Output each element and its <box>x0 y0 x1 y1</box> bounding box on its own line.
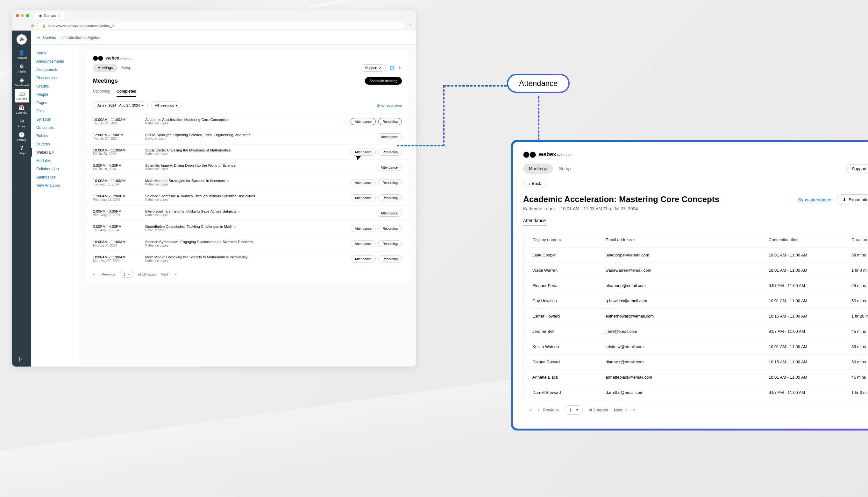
course-nav-modules[interactable]: Modules <box>31 157 79 165</box>
reload-icon[interactable]: ⟳ <box>31 24 35 28</box>
attendance-button[interactable]: Attendance <box>350 225 376 232</box>
attendance-button[interactable]: Attendance <box>377 133 402 140</box>
recording-button[interactable]: Recording <box>378 118 402 125</box>
refresh-icon[interactable]: ↻ <box>398 66 402 70</box>
rail-item-inbox[interactable]: ✉Inbox <box>15 116 29 130</box>
meetings-filter[interactable]: All meetings▾ <box>151 101 182 109</box>
recording-button[interactable]: Recording <box>378 179 402 186</box>
cell-email: eleanor.p@email.com <box>597 283 760 288</box>
last-page-icon[interactable]: » <box>175 272 177 276</box>
col-duration[interactable]: Duration⇅ <box>842 237 868 242</box>
recording-button[interactable]: Recording <box>378 225 402 232</box>
hamburger-icon[interactable]: ☰ <box>36 35 40 40</box>
attendance-button[interactable]: Attendance <box>377 164 402 171</box>
address-bar[interactable]: 🔒 https://www.canvas.com/courses/webex_l… <box>38 23 404 29</box>
tab-meetings[interactable]: Meetings <box>93 63 118 72</box>
rail-item-account[interactable]: 👤Account <box>15 48 29 61</box>
cell-name: Guy Hawkins <box>523 298 597 303</box>
prev-page-button[interactable]: ‹ Previous <box>537 408 559 412</box>
export-attendance-button[interactable]: ⬇Export attendance report <box>837 195 868 205</box>
page-count: of 2 pages <box>589 408 608 412</box>
course-nav-assignments[interactable]: Assignments <box>31 66 79 74</box>
forward-icon[interactable]: → <box>24 24 27 28</box>
course-nav-rubics[interactable]: Rubics <box>31 132 79 140</box>
recording-button[interactable]: Recording <box>378 148 402 156</box>
rail-item-admin[interactable]: ⚙Admin <box>15 61 29 75</box>
first-page-icon[interactable]: « <box>93 272 95 276</box>
attendance-button[interactable]: Attendance <box>350 256 376 262</box>
course-nav-webex-lti[interactable]: Webex LTI <box>31 148 79 157</box>
meeting-title: Academic Acceleration: Mastering Core Co… <box>523 195 719 204</box>
cell-connection-time: 10:15 AM - 11:00 AM <box>760 314 842 318</box>
attendance-button[interactable]: Attendance <box>377 210 402 217</box>
back-button[interactable]: ‹Back <box>523 179 547 188</box>
rail-item-history[interactable]: 🕘History <box>15 130 29 143</box>
last-page-icon[interactable]: » <box>633 408 635 412</box>
cell-name: Darrell Steward <box>523 390 597 395</box>
first-page-icon[interactable]: « <box>529 408 532 412</box>
subtab-completed[interactable]: Completed <box>116 89 136 97</box>
recording-button[interactable]: Recording <box>378 240 402 247</box>
course-nav-home[interactable]: Home <box>31 49 79 57</box>
support-button[interactable]: Support↗ <box>361 64 386 72</box>
sync-attendance-link[interactable]: Sync attendance <box>798 197 831 202</box>
course-nav-outcomes[interactable]: Outcomes <box>31 124 79 132</box>
browser-tab[interactable]: ◉ Canvas ✕ <box>35 12 65 19</box>
attendance-button[interactable]: Attendance <box>350 195 376 201</box>
course-nav-pages[interactable]: Pages <box>31 99 79 107</box>
rail-item-dashboard[interactable]: ◉Dashboard <box>15 75 29 89</box>
rail-item-courses[interactable]: 📖Courses <box>15 89 29 102</box>
breadcrumb-app[interactable]: Canvas <box>43 35 56 40</box>
course-nav-discussions[interactable]: Discussions <box>31 74 79 82</box>
date-range-filter[interactable]: Jul 27, 2024 - Aug 27, 2024▾ <box>93 101 148 109</box>
attendance-subtab[interactable]: Attendance <box>523 218 546 226</box>
maximize-icon[interactable] <box>26 14 29 17</box>
course-nav-files[interactable]: Files <box>31 107 79 115</box>
course-nav-quizzes[interactable]: Quizzes <box>31 140 79 148</box>
prev-page-button[interactable]: ‹Previous <box>99 272 115 276</box>
subtab-upcoming[interactable]: Upcoming <box>93 89 110 97</box>
tab-meetings[interactable]: Meetings <box>523 164 553 174</box>
close-icon[interactable] <box>16 14 19 17</box>
attendance-button[interactable]: Attendance <box>350 118 376 125</box>
course-nav-syllabus[interactable]: Syllabus <box>31 115 79 124</box>
back-icon[interactable]: ← <box>16 24 20 28</box>
next-page-button[interactable]: Next › <box>614 408 628 412</box>
detail-title-row: Academic Acceleration: Mastering Core Co… <box>523 195 868 211</box>
canvas-logo-icon[interactable]: ❋ <box>16 34 27 44</box>
col-display-name[interactable]: Display name⇅ <box>523 237 597 242</box>
meeting-info: Science Symposium: Engaging Discussions … <box>145 240 343 247</box>
course-nav-attendance[interactable]: Attendance <box>31 173 79 181</box>
support-button[interactable]: Support↗ <box>846 164 868 173</box>
course-nav-announcements[interactable]: Announcements <box>31 57 79 66</box>
globe-icon[interactable]: 🌐 <box>389 66 395 70</box>
rail-item-help[interactable]: ?Help <box>15 143 29 157</box>
attendance-button[interactable]: Attendance <box>350 179 376 186</box>
next-page-button[interactable]: Next› <box>161 272 170 276</box>
col-email[interactable]: Email address⇅ <box>597 237 760 242</box>
course-nav-collaboration[interactable]: Collaboration <box>31 165 79 173</box>
rail-collapse-icon[interactable]: |← <box>19 356 25 361</box>
tab-setup[interactable]: Setup <box>121 66 131 70</box>
lock-icon: 🔒 <box>42 24 46 28</box>
tab-close-icon[interactable]: ✕ <box>58 14 60 17</box>
course-nav-grades[interactable]: Grades <box>31 82 79 90</box>
pagination: « ‹Previous 1▾ of 19 pages Next› » <box>87 266 408 282</box>
table-row: Wade Warren wadewarren@email.com 10:01 A… <box>523 262 868 278</box>
menu-icon[interactable]: ⋮ <box>408 24 412 28</box>
schedule-meeting-button[interactable]: Schedule meeting <box>365 77 402 85</box>
recording-button[interactable]: Recording <box>378 195 402 201</box>
sync-recordings-link[interactable]: Sync recordings <box>377 103 402 107</box>
minimize-icon[interactable] <box>21 14 24 17</box>
recording-button[interactable]: Recording <box>378 256 402 262</box>
meeting-row: 3:00PM - 4:00PMThu, Aug 03, 2024 Quantit… <box>87 221 408 236</box>
course-nav-new-analytics[interactable]: New Analytics <box>31 181 79 190</box>
chevron-down-icon: ▾ <box>576 408 578 412</box>
page-input[interactable]: 1▾ <box>120 271 134 278</box>
attendance-button[interactable]: Attendance <box>350 240 376 247</box>
cell-duration: 1 hr 3 mins <box>842 390 868 395</box>
rail-item-calendar[interactable]: 📅Calendar <box>15 102 29 116</box>
page-input[interactable]: 1▾ <box>565 406 583 415</box>
tab-setup[interactable]: Setup <box>559 166 571 171</box>
course-nav-people[interactable]: People <box>31 90 79 99</box>
